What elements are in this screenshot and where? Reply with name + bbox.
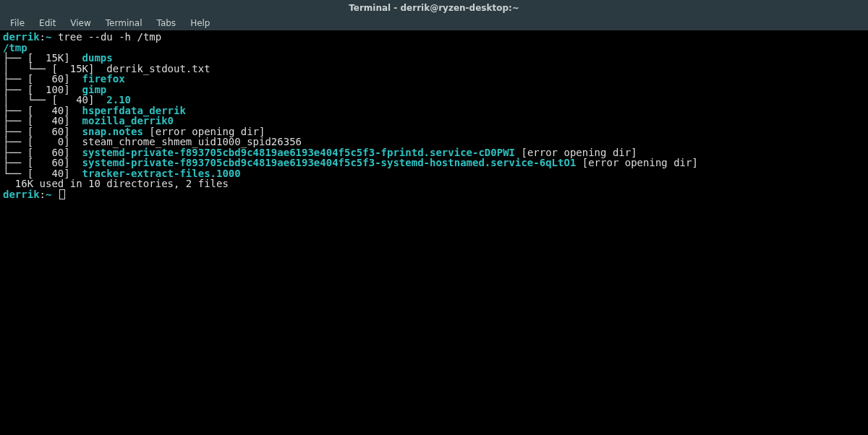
terminal-line: ├── [ 60] systemd-private-f893705cbd9c48… — [3, 158, 865, 168]
terminal-line: ├── [ 60] systemd-private-f893705cbd9c48… — [3, 147, 865, 158]
terminal-line: │ └── [ 40] 2.10 — [3, 95, 865, 105]
menu-terminal[interactable]: Terminal — [98, 17, 150, 30]
menu-tabs[interactable]: Tabs — [150, 17, 184, 30]
command-text: tree --du -h /tmp — [58, 31, 161, 43]
terminal-line: ├── [ 60] firefox — [3, 74, 865, 85]
cursor — [59, 189, 65, 199]
terminal-line: ├── [ 40] mozilla_derrik0 — [3, 116, 865, 126]
menubar: File Edit View Terminal Tabs Help — [0, 16, 868, 30]
tree-extra: [error opening dir] — [576, 157, 698, 168]
menu-help[interactable]: Help — [183, 17, 217, 30]
terminal-line: 16K used in 10 directories, 2 files — [3, 178, 865, 189]
terminal-line: │ └── [ 15K] derrik_stdout.txt — [3, 64, 865, 74]
terminal-line: └── [ 40] tracker-extract-files.1000 — [3, 168, 865, 179]
window-title: Terminal - derrik@ryzen-desktop:~ — [349, 3, 519, 13]
terminal-output[interactable]: derrik:~ tree --du -h /tmp/tmp├── [ 15K]… — [0, 30, 868, 201]
terminal-line: derrik:~ tree --du -h /tmp — [3, 32, 865, 43]
prompt-sep: : — [40, 31, 46, 43]
terminal-line: ├── [ 15K] dumps — [3, 53, 865, 64]
terminal-line: derrik:~ — [3, 189, 865, 200]
terminal-line: ├── [ 40] hsperfdata_derrik — [3, 105, 865, 116]
prompt-sep: : — [40, 189, 46, 200]
menu-edit[interactable]: Edit — [32, 17, 63, 30]
terminal-line: ├── [ 0] steam_chrome_shmem_uid1000_spid… — [3, 137, 865, 147]
terminal-line: ├── [ 60] snap.notes [error opening dir] — [3, 126, 865, 137]
menu-file[interactable]: File — [3, 17, 32, 30]
terminal-line: ├── [ 100] gimp — [3, 85, 865, 95]
menu-view[interactable]: View — [63, 17, 98, 30]
prompt-user: derrik — [3, 189, 40, 200]
terminal-line: /tmp — [3, 43, 865, 53]
window-titlebar: Terminal - derrik@ryzen-desktop:~ — [0, 0, 868, 16]
